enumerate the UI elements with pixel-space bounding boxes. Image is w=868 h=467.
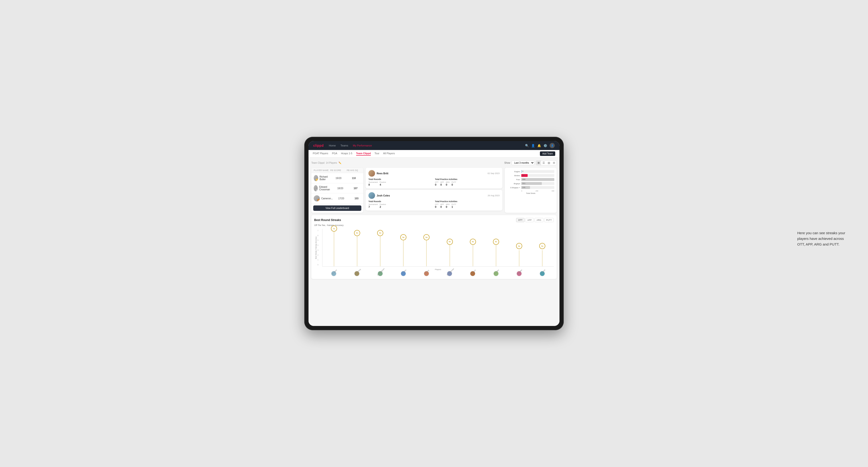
edit-icon[interactable]: ✏️ [338,161,341,164]
streaks-section: Best Round Streaks OTT APP ARG PUTT Off … [311,215,557,279]
player-count: 14 Players [326,161,337,164]
bar-track-4: 131 [521,186,554,189]
stat-putt-val-2: 1 [452,206,456,208]
user-icon[interactable]: 👤 [531,144,535,148]
streak-bubble-2: 6x [377,230,383,236]
settings-icon[interactable]: ⚙️ [544,144,547,148]
stat-sub-activities-1: OTT 0 APP 0 ARG 0 [435,181,500,186]
sub-nav-hcaps[interactable]: Hcaps 1-5 [341,152,352,156]
view-leaderboard-button[interactable]: View Full Leaderboard [313,206,361,211]
bar-label-1: Birdies [507,175,520,177]
bell-icon[interactable]: 🔔 [537,144,541,148]
sub-nav-tour[interactable]: Tour [375,152,379,156]
sub-nav-team-clippd[interactable]: Team Clippd [356,152,371,156]
stat-ott-val-2: 0 [435,206,438,208]
player-name-2: Edward Crossman [319,186,332,191]
user-avatar[interactable]: 👤 [550,143,555,148]
streak-line-8 [519,250,519,266]
nav-my-performance[interactable]: My Performance [352,144,372,147]
bar-row-d.bogeys-+: D.Bogeys + 131 [507,186,554,189]
filter-ott[interactable]: OTT [516,218,525,222]
nav-home[interactable]: Home [328,144,336,147]
stat-practice-label-1: Practice [380,181,386,183]
x-axis-label: Players [322,269,554,271]
stat-arg-val-2: 0 [446,206,450,208]
filter-arg[interactable]: ARG [534,218,544,222]
sub-nav-links: PGAT Players PGA Hcaps 1-5 Team Clippd T… [313,152,540,156]
y-tick-7: 7 [317,230,322,231]
stat-practice-1: Practice 4 [380,181,386,186]
sub-nav-all-players[interactable]: All Players [383,152,395,156]
stat-app-1: APP 0 [440,181,444,186]
player-card-josh-coles: Josh Coles 26 Aug 2023 Total Rounds Tour… [366,190,502,211]
main-content: Team Clippd 14 Players ✏️ Show Last 3 mo… [309,158,559,326]
streaks-subtitle: Off The Tee, Fairway Accuracy [314,224,554,226]
avatar-1: 1 [314,175,318,181]
card-header-2: Josh Coles 26 Aug 2023 [368,192,500,199]
team-name: Team Clippd [311,161,324,164]
col-player-name: PLAYER NAME [314,169,330,172]
sub-nav-pga[interactable]: PGA [332,152,337,156]
pb-avg-1: 110 [347,177,361,180]
streaks-header: Best Round Streaks OTT APP ARG PUTT [314,218,554,222]
period-select[interactable]: Last 3 months [512,161,534,165]
card-stats-2: Total Rounds Tournament 7 Practice 2 [368,200,500,208]
card-view-btn[interactable]: ▤ [546,161,552,165]
bar-label-2: Pars [507,179,520,181]
bar-label-4: D.Bogeys + [507,187,520,189]
stat-ott-2: OTT 0 [435,203,438,208]
stat-ott-1: OTT 0 [435,181,438,186]
add-team-button[interactable]: Add Team [540,151,555,156]
player-name-1: Richard Butler [319,176,330,181]
stat-practice-label-2: Practice [380,203,386,206]
streaks-plot: 7xE. Ebert6xB. McHerg6xD. Billingham5xJ.… [322,229,554,267]
bar-value-2: 499 [522,178,525,181]
bar-value-3: 311 [522,182,525,184]
x-label-200: 200 [535,190,538,192]
filter-putt[interactable]: PUTT [544,218,554,222]
card-date-1: 02 Sep 2023 [488,172,500,175]
bar-rows: Eagles 3 Birdies 96 Pars 499 Bogeys 311 … [507,170,554,189]
streak-bubble-4: 5x [423,234,430,240]
leaderboard-panel: PLAYER NAME PB SCORE PB AVG SQ 1 Richard… [311,168,363,213]
nav-bar: clippd Home Teams My Performance 🔍 👤 🔔 ⚙… [309,141,559,150]
streak-bubble-0: 7x [331,225,337,231]
bar-track-3: 311 [521,182,554,185]
stat-total-rounds-label-1: Total Rounds [368,178,433,181]
three-column-layout: PLAYER NAME PB SCORE PB AVG SQ 1 Richard… [311,168,557,213]
stat-total-rounds-label-2: Total Rounds [368,200,433,203]
app-logo: clippd [313,144,323,148]
stat-putt-1: PUTT 0 [452,181,456,186]
leaderboard-row-1: 1 Richard Butler 19/20 110 [311,173,363,183]
player-card-rees-britt: Rees Britt 02 Sep 2023 Total Rounds Tour… [366,168,502,188]
nav-links: Home Teams My Performance [328,144,525,147]
stat-arg-val-1: 0 [446,183,450,186]
bar-value-4: 131 [522,186,525,188]
player-info-1: 1 Richard Butler [314,175,330,181]
bar-chart: Eagles 3 Birdies 96 Pars 499 Bogeys 311 … [507,170,554,194]
streak-bubble-3: 5x [400,234,406,240]
y-tick-6: 6 [317,235,322,236]
streak-bubble-1: 6x [354,230,360,236]
list-view-btn[interactable]: ☰ [541,161,546,165]
stat-sub-rounds-2: Tournament 7 Practice 2 [368,203,433,208]
leaderboard-header: PLAYER NAME PB SCORE PB AVG SQ [311,168,363,173]
nav-teams[interactable]: Teams [340,144,349,147]
annotation-text: Here you can see streaks your players ha… [797,230,849,247]
card-stats-1: Total Rounds Tournament 8 Practice 4 [368,178,500,186]
stat-ott-label-1: OTT [435,181,438,183]
show-label: Show [504,161,510,164]
stat-group-rounds-2: Total Rounds Tournament 7 Practice 2 [368,200,433,208]
table-view-btn[interactable]: ⊟ [552,161,556,165]
filter-app[interactable]: APP [525,218,534,222]
view-buttons: ⊞ ☰ ▤ ⊟ [536,160,557,165]
leaderboard-row-3: 3 Cameron... 17/20 103 [311,193,363,204]
chart-x-axis: 0 200 400 [507,190,554,192]
sub-nav-pgat[interactable]: PGAT Players [313,152,328,156]
bar-track-1: 96 [521,174,554,177]
stat-sub-rounds-1: Tournament 8 Practice 4 [368,181,433,186]
search-icon[interactable]: 🔍 [525,144,529,148]
grid-view-btn[interactable]: ⊞ [536,161,541,165]
stat-app-label-1: APP [440,181,444,183]
pb-score-2: 18/20 [332,187,349,190]
